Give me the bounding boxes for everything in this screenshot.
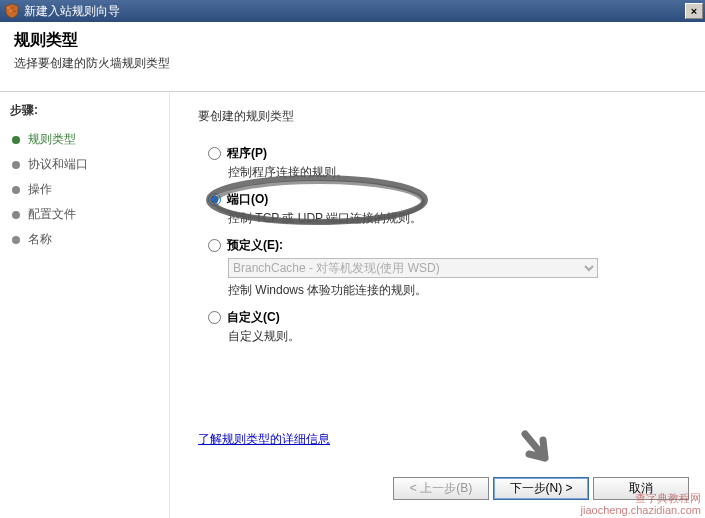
step-action[interactable]: 操作 — [10, 177, 159, 202]
radio-predefined[interactable] — [208, 239, 221, 252]
steps-sidebar: 步骤: 规则类型 协议和端口 操作 配置文件 名称 — [0, 92, 170, 518]
wizard-body: 步骤: 规则类型 协议和端口 操作 配置文件 名称 要创建的规则类型 程序(P)… — [0, 92, 705, 518]
step-bullet-icon — [12, 161, 20, 169]
step-label: 配置文件 — [28, 206, 76, 223]
predefined-select[interactable]: BranchCache - 对等机发现(使用 WSD) — [228, 258, 598, 278]
step-bullet-icon — [12, 236, 20, 244]
close-button[interactable]: × — [685, 3, 703, 19]
option-label: 自定义(C) — [227, 309, 280, 326]
page-subtitle: 选择要创建的防火墙规则类型 — [14, 55, 691, 72]
step-protocol-and-ports[interactable]: 协议和端口 — [10, 152, 159, 177]
option-desc: 控制 Windows 体验功能连接的规则。 — [228, 282, 681, 299]
step-name[interactable]: 名称 — [10, 227, 159, 252]
svg-rect-1 — [11, 7, 14, 9]
wizard-header: 规则类型 选择要创建的防火墙规则类型 — [0, 22, 705, 92]
svg-rect-0 — [7, 7, 10, 9]
cancel-button[interactable]: 取消 — [593, 477, 689, 500]
option-label: 端口(O) — [227, 191, 268, 208]
step-label: 规则类型 — [28, 131, 76, 148]
next-button[interactable]: 下一步(N) > — [493, 477, 589, 500]
option-port[interactable]: 端口(O) — [208, 191, 681, 208]
option-program[interactable]: 程序(P) — [208, 145, 681, 162]
wizard-button-bar: < 上一步(B) 下一步(N) > 取消 — [393, 477, 689, 500]
page-title: 规则类型 — [14, 30, 691, 51]
option-desc: 自定义规则。 — [228, 328, 681, 345]
steps-heading: 步骤: — [10, 102, 159, 119]
learn-more-link[interactable]: 了解规则类型的详细信息 — [198, 431, 330, 448]
radio-program[interactable] — [208, 147, 221, 160]
step-bullet-icon — [12, 136, 20, 144]
option-custom[interactable]: 自定义(C) — [208, 309, 681, 326]
step-bullet-icon — [12, 211, 20, 219]
firewall-shield-icon — [4, 3, 20, 19]
step-bullet-icon — [12, 186, 20, 194]
svg-rect-3 — [13, 10, 16, 12]
window-title: 新建入站规则向导 — [24, 3, 685, 20]
option-label: 预定义(E): — [227, 237, 283, 254]
section-title: 要创建的规则类型 — [198, 108, 681, 125]
step-rule-type[interactable]: 规则类型 — [10, 127, 159, 152]
title-bar: 新建入站规则向导 × — [0, 0, 705, 22]
option-desc: 控制程序连接的规则。 — [228, 164, 681, 181]
predefined-combo-wrapper: BranchCache - 对等机发现(使用 WSD) — [228, 258, 598, 278]
radio-custom[interactable] — [208, 311, 221, 324]
option-desc: 控制 TCP 或 UDP 端口连接的规则。 — [228, 210, 681, 227]
svg-rect-2 — [9, 10, 12, 12]
step-profile[interactable]: 配置文件 — [10, 202, 159, 227]
option-predefined[interactable]: 预定义(E): — [208, 237, 681, 254]
step-label: 名称 — [28, 231, 52, 248]
step-label: 协议和端口 — [28, 156, 88, 173]
back-button[interactable]: < 上一步(B) — [393, 477, 489, 500]
step-label: 操作 — [28, 181, 52, 198]
option-label: 程序(P) — [227, 145, 267, 162]
wizard-main-panel: 要创建的规则类型 程序(P) 控制程序连接的规则。 端口(O) 控制 TCP 或… — [170, 92, 705, 518]
radio-port[interactable] — [208, 193, 221, 206]
